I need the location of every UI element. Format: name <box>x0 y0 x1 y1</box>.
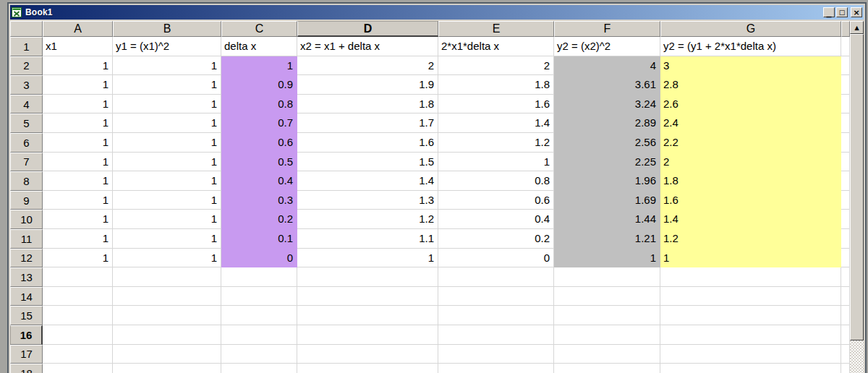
cell-A14[interactable] <box>43 287 113 306</box>
cell-B10[interactable]: 1 <box>113 210 221 229</box>
cell-B5[interactable]: 1 <box>113 113 221 133</box>
cell-E1[interactable]: 2*x1*delta x <box>438 37 554 56</box>
cell-A9[interactable]: 1 <box>43 191 113 210</box>
cell-B4[interactable]: 1 <box>113 95 221 114</box>
cell-H4[interactable] <box>841 95 850 114</box>
cell-H10[interactable] <box>841 210 850 229</box>
cell-A11[interactable]: 1 <box>43 229 113 249</box>
cell-E14[interactable] <box>438 287 554 306</box>
cell-A8[interactable]: 1 <box>43 171 113 191</box>
cell-H15[interactable] <box>841 306 850 325</box>
cell-D2[interactable]: 2 <box>297 56 438 76</box>
cell-B14[interactable] <box>113 287 221 306</box>
row-header-11[interactable]: 11 <box>10 229 43 249</box>
cell-D14[interactable] <box>297 287 438 306</box>
cell-H17[interactable] <box>841 345 850 364</box>
cell-F1[interactable]: y2 = (x2)^2 <box>554 37 660 56</box>
cell-A15[interactable] <box>43 306 113 325</box>
cell-C3[interactable]: 0.9 <box>221 75 297 95</box>
close-button[interactable]: × <box>851 7 862 17</box>
maximize-button[interactable]: □ <box>836 7 848 17</box>
column-header-G[interactable]: G <box>660 21 841 37</box>
cell-E11[interactable]: 0.2 <box>438 229 554 249</box>
row-header-2[interactable]: 2 <box>10 56 43 76</box>
minimize-button[interactable]: ▁ <box>823 7 835 17</box>
cell-E17[interactable] <box>438 345 554 364</box>
cell-F10[interactable]: 1.44 <box>554 210 660 229</box>
column-header-F[interactable]: F <box>554 21 660 37</box>
cell-C16[interactable] <box>221 325 297 345</box>
cell-C4[interactable]: 0.8 <box>221 95 297 114</box>
row-header-4[interactable]: 4 <box>10 95 43 114</box>
cell-D17[interactable] <box>297 345 438 364</box>
cell-C5[interactable]: 0.7 <box>221 113 297 133</box>
cell-C15[interactable] <box>221 306 297 325</box>
cell-D12[interactable]: 1 <box>297 249 438 268</box>
cell-C13[interactable] <box>221 267 297 287</box>
cell-F16[interactable] <box>554 325 660 345</box>
cell-G1[interactable]: y2 = (y1 + 2*x1*delta x) <box>660 37 841 56</box>
cell-E13[interactable] <box>438 267 554 287</box>
row-header-5[interactable]: 5 <box>10 113 43 133</box>
cell-H18[interactable] <box>841 364 850 373</box>
cell-C10[interactable]: 0.2 <box>221 210 297 229</box>
cell-B9[interactable]: 1 <box>113 191 221 210</box>
cell-E9[interactable]: 0.6 <box>438 191 554 210</box>
cell-D8[interactable]: 1.4 <box>297 171 438 191</box>
cell-B2[interactable]: 1 <box>113 56 221 76</box>
cell-D11[interactable]: 1.1 <box>297 229 438 249</box>
cell-F9[interactable]: 1.69 <box>554 191 660 210</box>
row-header-8[interactable]: 8 <box>10 171 43 191</box>
cell-F14[interactable] <box>554 287 660 306</box>
cell-G3[interactable]: 2.8 <box>660 75 841 95</box>
cell-G5[interactable]: 2.4 <box>660 113 841 133</box>
cell-G9[interactable]: 1.6 <box>660 191 841 210</box>
cell-G15[interactable] <box>660 306 841 325</box>
cell-H2[interactable] <box>841 56 850 76</box>
cell-E10[interactable]: 0.4 <box>438 210 554 229</box>
cell-G18[interactable] <box>660 364 841 373</box>
cell-B13[interactable] <box>113 267 221 287</box>
cell-G8[interactable]: 1.8 <box>660 171 841 191</box>
scroll-up-button[interactable]: ▲ <box>850 21 864 34</box>
cell-E16[interactable] <box>438 325 554 345</box>
row-header-10[interactable]: 10 <box>10 210 43 229</box>
cell-A7[interactable]: 1 <box>43 153 113 172</box>
cell-A6[interactable]: 1 <box>43 133 113 153</box>
cell-C8[interactable]: 0.4 <box>221 171 297 191</box>
column-header-partial[interactable] <box>841 21 850 37</box>
cell-B18[interactable] <box>113 364 221 373</box>
cell-B15[interactable] <box>113 306 221 325</box>
cell-D6[interactable]: 1.6 <box>297 133 438 153</box>
column-header-E[interactable]: E <box>438 21 554 37</box>
cell-G6[interactable]: 2.2 <box>660 133 841 153</box>
column-header-D[interactable]: D <box>297 21 438 37</box>
cell-G12[interactable]: 1 <box>660 249 841 268</box>
row-header-16[interactable]: 16 <box>10 325 43 345</box>
cell-B17[interactable] <box>113 345 221 364</box>
cell-G4[interactable]: 2.6 <box>660 95 841 114</box>
cell-H3[interactable] <box>841 75 850 95</box>
cell-E8[interactable]: 0.8 <box>438 171 554 191</box>
cell-F12[interactable]: 1 <box>554 249 660 268</box>
cell-A2[interactable]: 1 <box>43 56 113 76</box>
cell-E4[interactable]: 1.6 <box>438 95 554 114</box>
cell-H9[interactable] <box>841 191 850 210</box>
column-header-A[interactable]: A <box>43 21 113 37</box>
cell-F5[interactable]: 2.89 <box>554 113 660 133</box>
cell-H16[interactable] <box>841 325 850 345</box>
cell-G10[interactable]: 1.4 <box>660 210 841 229</box>
cell-F13[interactable] <box>554 267 660 287</box>
cell-A5[interactable]: 1 <box>43 113 113 133</box>
row-header-3[interactable]: 3 <box>10 75 43 95</box>
cell-A12[interactable]: 1 <box>43 249 113 268</box>
cell-G2[interactable]: 3 <box>660 56 841 76</box>
cell-B7[interactable]: 1 <box>113 153 221 172</box>
column-header-C[interactable]: C <box>221 21 297 37</box>
cell-G13[interactable] <box>660 267 841 287</box>
cell-F2[interactable]: 4 <box>554 56 660 76</box>
cell-E7[interactable]: 1 <box>438 153 554 172</box>
cell-D7[interactable]: 1.5 <box>297 153 438 172</box>
cell-F4[interactable]: 3.24 <box>554 95 660 114</box>
cell-B11[interactable]: 1 <box>113 229 221 249</box>
